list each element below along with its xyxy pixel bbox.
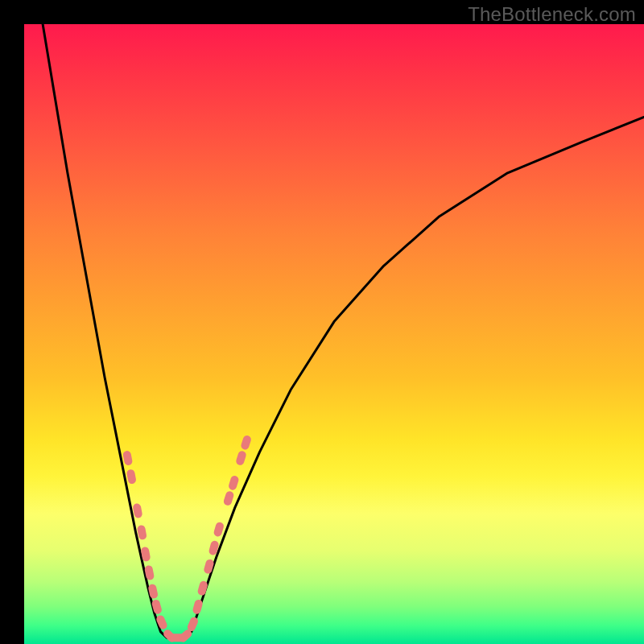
bottleneck-curve — [43, 24, 644, 639]
marker-pill — [151, 599, 163, 615]
marker-pill — [240, 435, 252, 451]
plot-area — [24, 24, 644, 644]
watermark-text: TheBottleneck.com — [468, 3, 636, 26]
marker-pill — [122, 450, 133, 466]
chart-frame: TheBottleneck.com — [0, 0, 644, 644]
marker-pill — [223, 490, 235, 506]
marker-pill — [228, 475, 240, 491]
curve-layer — [24, 24, 644, 644]
marker-pill — [126, 469, 137, 485]
marker-pill — [235, 450, 247, 466]
marker-pill — [137, 525, 147, 541]
bottleneck-curve-path — [43, 24, 644, 639]
marker-pill — [132, 503, 142, 519]
marker-pill — [213, 521, 225, 537]
marker-pill — [203, 559, 214, 575]
marker-group — [122, 435, 252, 644]
